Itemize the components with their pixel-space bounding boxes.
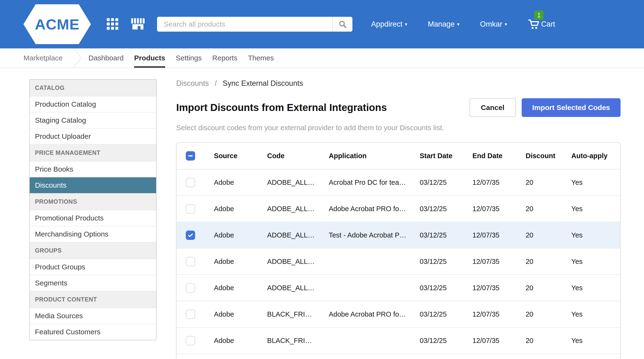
table-row[interactable]: Adobe ADOBE_ALL… Acrobat Pro DC for tea…… bbox=[177, 169, 620, 196]
nav-tab-themes[interactable]: Themes bbox=[248, 48, 274, 68]
nav-tab-reports[interactable]: Reports bbox=[212, 48, 238, 68]
cart-button[interactable]: 1 Cart bbox=[528, 18, 555, 30]
cell-code: ADOBE_ALL… bbox=[267, 222, 329, 248]
sidebar-item-product-groups[interactable]: Product Groups bbox=[30, 259, 156, 275]
cell-discount: 20 bbox=[526, 327, 571, 354]
cell-end-date: 12/07/35 bbox=[472, 275, 526, 301]
nav-tab-dashboard[interactable]: Dashboard bbox=[88, 48, 124, 68]
chevron-down-icon: ▾ bbox=[505, 21, 507, 27]
sidebar-section: PROMOTIONS Promotional Products Merchand… bbox=[30, 193, 156, 242]
table-row[interactable]: Adobe BLACK_FRI… Adobe Acrobat PRO fo… 0… bbox=[177, 301, 620, 327]
table-row[interactable]: Adobe ADOBE_ALL… Test - Adobe Acrobat P…… bbox=[177, 222, 620, 248]
cell-code: ADOBE_ALL… bbox=[267, 169, 329, 196]
menu-manage[interactable]: Manage ▾ bbox=[428, 20, 460, 29]
sidebar-item-discounts[interactable]: Discounts bbox=[30, 177, 156, 193]
table-row[interactable]: Adobe ADOBE_ALL… 03/12/25 12/07/35 20 Ye… bbox=[177, 248, 620, 275]
row-checkbox[interactable] bbox=[186, 257, 195, 266]
cell-application: Acrobat Pro DC for tea… bbox=[329, 169, 420, 196]
row-checkbox[interactable] bbox=[186, 231, 195, 240]
storefront-icon[interactable] bbox=[131, 18, 144, 30]
sidebar-section-title: PRICE MANAGEMENT bbox=[30, 145, 156, 161]
cell-start-date: 03/12/25 bbox=[420, 169, 472, 196]
cell-start-date: 03/12/25 bbox=[420, 275, 472, 301]
sidebar-item-segments[interactable]: Segments bbox=[30, 275, 156, 291]
cancel-button[interactable]: Cancel bbox=[470, 98, 516, 117]
cell-auto-apply: Yes bbox=[571, 169, 620, 196]
cell-discount: 20 bbox=[526, 301, 571, 327]
column-header-source: Source bbox=[214, 143, 267, 169]
breadcrumb-discounts-link[interactable]: Discounts bbox=[176, 79, 209, 88]
search-bar bbox=[157, 17, 352, 32]
menu-manage-label: Manage bbox=[428, 20, 455, 29]
sidebar-item-product-uploader[interactable]: Product Uploader bbox=[30, 128, 156, 145]
cell-discount: 20 bbox=[526, 169, 571, 196]
sidebar-item-promotional-products[interactable]: Promotional Products bbox=[30, 210, 156, 226]
sidebar-item-price-books[interactable]: Price Books bbox=[30, 161, 156, 177]
cell-start-date: 03/12/25 bbox=[420, 222, 472, 248]
row-checkbox[interactable] bbox=[186, 178, 195, 187]
sidebar-section-title: GROUPS bbox=[30, 242, 156, 259]
apps-grid-icon[interactable] bbox=[107, 18, 119, 30]
sidebar-item-merchandising-options[interactable]: Merchandising Options bbox=[30, 226, 156, 242]
cell-start-date: 03/12/25 bbox=[420, 248, 472, 275]
discounts-table: Source Code Application Start Date End D… bbox=[176, 142, 620, 359]
cell-end-date: 12/07/35 bbox=[472, 222, 526, 248]
sidebar: CATALOG Production Catalog Staging Catal… bbox=[29, 79, 156, 340]
table-row[interactable]: Adobe ADOBE_ALL… 03/12/25 12/07/35 20 Ye… bbox=[177, 275, 620, 301]
breadcrumb-separator: / bbox=[215, 79, 217, 88]
acme-logo[interactable]: ACME bbox=[24, 4, 91, 44]
nav-tabs: Dashboard Products Settings Reports Them… bbox=[88, 48, 274, 68]
sidebar-item-production-catalog[interactable]: Production Catalog bbox=[30, 96, 156, 112]
search-input[interactable] bbox=[157, 17, 332, 32]
cell-end-date: 12/07/35 bbox=[472, 248, 526, 275]
menu-appdirect[interactable]: Appdirect ▾ bbox=[371, 20, 407, 29]
nav-tab-products[interactable]: Products bbox=[134, 48, 165, 68]
sidebar-item-featured-customers[interactable]: Featured Customers bbox=[30, 324, 156, 340]
column-header-code: Code bbox=[267, 143, 329, 169]
cell-source: Adobe bbox=[214, 327, 267, 354]
sidebar-item-media-sources[interactable]: Media Sources bbox=[30, 308, 156, 324]
import-selected-codes-button[interactable]: Import Selected Codes bbox=[522, 98, 620, 117]
cell-application: Adobe Acrobat PRO fo… bbox=[329, 301, 420, 327]
row-checkbox[interactable] bbox=[186, 310, 195, 319]
acme-logo-text: ACME bbox=[35, 16, 80, 33]
cell-application: Adobe Acrobat PRO fo… bbox=[329, 196, 420, 222]
sidebar-section-title: PRODUCT CONTENT bbox=[30, 291, 156, 308]
table-row[interactable]: Adobe BLACK_FRI… 03/12/25 12/07/35 20 Ye… bbox=[177, 327, 620, 354]
cell-auto-apply: Yes bbox=[571, 222, 620, 248]
table-row[interactable]: Adobe ADOBE_ALL… Adobe Acrobat PRO fo… 0… bbox=[177, 196, 620, 222]
page-subtitle: Select discount codes from your external… bbox=[176, 124, 620, 132]
search-button[interactable] bbox=[332, 17, 352, 32]
column-header-discount: Discount bbox=[526, 143, 571, 169]
cell-end-date: 12/07/35 bbox=[472, 301, 526, 327]
row-checkbox[interactable] bbox=[186, 283, 195, 293]
cart-icon bbox=[528, 18, 540, 30]
menu-user-omkar[interactable]: Omkar ▾ bbox=[480, 20, 507, 29]
cell-discount: 20 bbox=[526, 196, 571, 222]
content-area: CATALOG Production Catalog Staging Catal… bbox=[0, 68, 644, 359]
cell-source: Adobe bbox=[214, 169, 267, 196]
cell-application: Test - Adobe Acrobat P… bbox=[329, 222, 420, 248]
cell-end-date: 12/07/35 bbox=[472, 169, 526, 196]
cell-start-date: 03/12/25 bbox=[420, 301, 472, 327]
select-all-checkbox[interactable] bbox=[186, 151, 195, 161]
cell-source: Adobe bbox=[214, 301, 267, 327]
cell-auto-apply: Yes bbox=[571, 248, 620, 275]
row-checkbox[interactable] bbox=[186, 336, 195, 345]
sidebar-section: PRICE MANAGEMENT Price Books Discounts bbox=[30, 145, 156, 193]
cart-badge: 1 bbox=[534, 11, 544, 20]
cell-discount: 20 bbox=[526, 222, 571, 248]
search-icon bbox=[338, 20, 347, 29]
cell-code: ADOBE_ALL… bbox=[267, 275, 329, 301]
cell-start-date: 03/12/25 bbox=[420, 196, 472, 222]
nav-marketplace[interactable]: Marketplace bbox=[24, 54, 62, 62]
row-checkbox[interactable] bbox=[186, 204, 195, 214]
sidebar-item-staging-catalog[interactable]: Staging Catalog bbox=[30, 112, 156, 128]
menu-appdirect-label: Appdirect bbox=[371, 20, 402, 29]
column-header-end-date: End Date bbox=[472, 143, 526, 169]
cell-source: Adobe bbox=[214, 275, 267, 301]
cell-source: Adobe bbox=[214, 248, 267, 275]
page-title: Import Discounts from External Integrati… bbox=[176, 102, 387, 113]
cell-source: Adobe bbox=[214, 222, 267, 248]
nav-tab-settings[interactable]: Settings bbox=[176, 48, 202, 68]
